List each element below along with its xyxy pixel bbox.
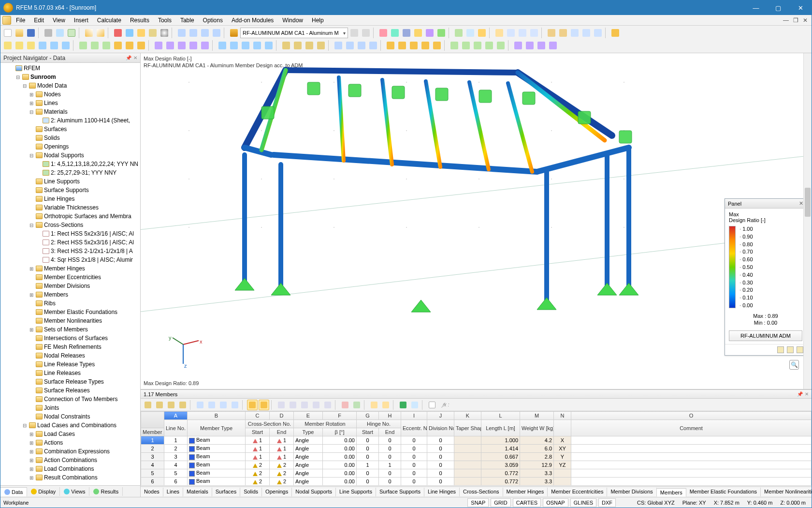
maximize-button[interactable]: ▢	[767, 0, 789, 15]
legend-module-button[interactable]: RF-ALUMINUM ADM	[729, 330, 802, 341]
obj-tab-member-hinges[interactable]: Member Hinges	[503, 488, 548, 496]
tree-model-data[interactable]: Model Data	[37, 82, 67, 89]
tree-fe-mesh[interactable]: FE Mesh Refinements	[44, 344, 102, 350]
module-selector[interactable]: RF-ALUMINUM ADM CA1 - Aluminum M	[240, 28, 348, 38]
tb-report-icon[interactable]	[55, 28, 65, 38]
tb2-39-icon[interactable]	[484, 40, 494, 51]
col-A[interactable]: A	[164, 412, 188, 420]
tb2-11-icon[interactable]	[124, 40, 135, 51]
obj-tab-members[interactable]: Members	[657, 488, 686, 497]
tb-view2-icon[interactable]	[188, 28, 199, 38]
table-row[interactable]: 11Beam11Angle0.0000001.0004.2X	[141, 436, 812, 445]
tb-draw1-icon[interactable]	[494, 28, 505, 38]
obj-tab-surfaces[interactable]: Surfaces	[212, 488, 240, 496]
grid-pin-icon[interactable]: 📌	[797, 391, 803, 397]
col-B[interactable]: B	[188, 412, 246, 420]
nav-close-icon[interactable]: ✕	[133, 55, 137, 60]
obj-tab-member-eccentricities[interactable]: Member Eccentricities	[548, 488, 607, 496]
tb-misc2-icon[interactable]	[558, 28, 568, 38]
tb-misc1-icon[interactable]	[546, 28, 557, 38]
tree-ns1[interactable]: 1: 4,5,12,13,18,20,22,24; YYY NN	[51, 161, 138, 167]
tb2-37-icon[interactable]	[461, 40, 471, 51]
gtb-ed1-icon[interactable]	[276, 400, 287, 410]
table-row[interactable]: 33Beam11Angle0.0000000.6672.8Y	[141, 453, 812, 461]
obj-tab-line-supports[interactable]: Line Supports	[336, 488, 376, 496]
menu-options[interactable]: Options	[199, 16, 227, 25]
menu-tools[interactable]: Tools	[154, 16, 175, 25]
tb-view1-icon[interactable]	[176, 28, 187, 38]
gtb-excel-icon[interactable]	[398, 400, 408, 410]
menu-edit[interactable]: Edit	[30, 16, 48, 25]
tb2-31-icon[interactable]	[385, 40, 396, 51]
tb-mesh-icon[interactable]	[453, 28, 464, 38]
tb-next-icon[interactable]	[361, 28, 371, 38]
obj-tab-surface-supports[interactable]: Surface Supports	[376, 488, 424, 496]
row-header[interactable]: 5	[141, 469, 164, 478]
tree-actions[interactable]: Actions	[44, 439, 63, 446]
gtb-csv-icon[interactable]	[409, 400, 420, 410]
gtb-nav4-icon[interactable]	[230, 400, 240, 410]
tree-member-div[interactable]: Member Divisions	[44, 283, 90, 289]
tree-mef[interactable]: Member Elastic Foundations	[44, 309, 117, 315]
tree-sets[interactable]: Sets of Members	[44, 326, 88, 333]
tb2-29-icon[interactable]	[356, 40, 367, 51]
tree-ns2[interactable]: 2: 25,27,29-31; YYY NNY	[51, 169, 116, 176]
menu-insert[interactable]: Insert	[70, 16, 92, 25]
tb-print-icon[interactable]	[43, 28, 54, 38]
menu-window[interactable]: Window	[278, 16, 307, 25]
panel-close-icon[interactable]: ✕	[799, 200, 803, 207]
mdi-minimize-icon[interactable]: —	[782, 17, 790, 24]
menu-file[interactable]: File	[14, 16, 29, 25]
status-dxf[interactable]: DXF	[598, 498, 616, 507]
tb2-41-icon[interactable]	[513, 40, 523, 51]
gtb-filter-icon[interactable]	[369, 400, 379, 410]
obj-tab-nodes[interactable]: Nodes	[141, 488, 163, 496]
obj-tab-cross-sections[interactable]: Cross-Sections	[460, 488, 503, 496]
tree-surfaces[interactable]: Surfaces	[44, 126, 67, 133]
tb-copy-icon[interactable]	[124, 28, 135, 38]
status-glines[interactable]: GLINES	[570, 498, 596, 507]
tb2-43-icon[interactable]	[536, 40, 547, 51]
status-osnap[interactable]: OSNAP	[543, 498, 568, 507]
tree-cs3[interactable]: 3: Rect HSS 2-1/2x1-1/2x1/8 | A	[51, 248, 133, 254]
menu-results[interactable]: Results	[126, 16, 153, 25]
tb2-28-icon[interactable]	[345, 40, 355, 51]
row-header[interactable]: 1	[141, 436, 164, 445]
tb-open-icon[interactable]	[14, 28, 25, 38]
tb-save-icon[interactable]	[26, 28, 36, 38]
row-header[interactable]: 6	[141, 478, 164, 486]
tb2-36-icon[interactable]	[449, 40, 460, 51]
row-header[interactable]: 3	[141, 453, 164, 461]
col-I[interactable]: I	[401, 412, 427, 420]
tb2-24-icon[interactable]	[292, 40, 303, 51]
col-G[interactable]: G	[357, 412, 379, 420]
obj-tab-lines[interactable]: Lines	[163, 488, 183, 496]
col-J[interactable]: J	[427, 412, 454, 420]
tb-cut-icon[interactable]	[113, 28, 123, 38]
menu-addon-modules[interactable]: Add-on Modules	[228, 16, 277, 25]
obj-tab-solids[interactable]: Solids	[240, 488, 262, 496]
tree-nodes[interactable]: Nodes	[44, 91, 61, 98]
tree-ribs[interactable]: Ribs	[44, 300, 56, 307]
tb2-16-icon[interactable]	[188, 40, 199, 51]
table-row[interactable]: 66Beam22Angle0.0000000.7723.3	[141, 478, 812, 486]
col-M[interactable]: M	[520, 412, 554, 420]
tb2-9-icon[interactable]	[101, 40, 112, 51]
gtb-nav2-icon[interactable]	[206, 400, 217, 410]
row-header[interactable]: 2	[141, 445, 164, 453]
gtb-1-icon[interactable]	[143, 400, 153, 410]
table-row[interactable]: 44Beam22Angle0.0011003.05912.9YZ	[141, 461, 812, 469]
tb2-5-icon[interactable]	[49, 40, 59, 51]
tb2-19-icon[interactable]	[229, 40, 239, 51]
obj-tab-member-nonlinearities[interactable]: Member Nonlinearities	[761, 488, 812, 496]
minimize-button[interactable]: —	[745, 0, 767, 15]
nav-tab-results[interactable]: Results	[89, 487, 123, 496]
tb-res4-icon[interactable]	[413, 28, 423, 38]
menu-calculate[interactable]: Calculate	[93, 16, 125, 25]
tree-line-supports[interactable]: Line Supports	[44, 178, 80, 185]
gtb-sel2-icon[interactable]	[259, 400, 269, 410]
tree-cs1[interactable]: 1: Rect HSS 5x2x3/16 | AISC; Al	[51, 230, 134, 237]
tb-help-icon[interactable]	[610, 28, 621, 38]
tree-mnl[interactable]: Member Nonlinearities	[44, 317, 102, 324]
navigator-tree[interactable]: RFEM ⊟Sunroom ⊟Model Data ⊞Nodes ⊞Lines …	[0, 63, 140, 485]
